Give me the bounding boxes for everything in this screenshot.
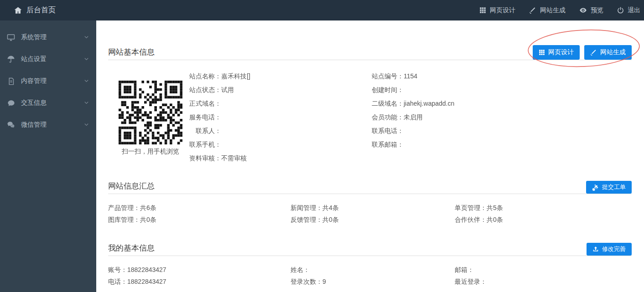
edit-profile-button[interactable]: 修改完善 — [587, 243, 632, 256]
sidebar-item-content[interactable]: 内容管理 — [0, 70, 96, 92]
qr-block: 扫一扫，用手机浏览 — [119, 81, 182, 165]
site-info-header-buttons: 网页设计 网站生成 — [533, 45, 632, 60]
nav-item-site-generate[interactable]: 网站生成 — [529, 6, 566, 15]
sidebar-item-label: 交互信息 — [21, 99, 84, 107]
profile-item: 账号：18822843427 — [108, 264, 291, 276]
field-row: 二级域名：jiahekj.wapadd.cn — [372, 97, 632, 110]
summary-header: 网站信息汇总 提交工单 — [108, 181, 632, 194]
section-title: 我的基本信息 — [108, 243, 155, 256]
monitor-icon — [6, 33, 16, 41]
summary-item: 单页管理：共5条 — [455, 202, 632, 214]
field-row: 服务电话： — [189, 110, 372, 124]
navbar-brand[interactable]: 后台首页 — [14, 5, 56, 15]
upload-icon — [592, 246, 599, 252]
field-row: 站点状态：试用 — [189, 83, 372, 97]
summary-item: 合作伙伴：共0条 — [455, 214, 632, 225]
comment-icon — [6, 99, 16, 107]
field-row: 站点名称：嘉禾科技[] — [189, 69, 372, 83]
button-label: 修改完善 — [602, 245, 626, 253]
navbar-actions: 网页设计 网站生成 预览 退出 — [479, 6, 640, 15]
qr-caption: 扫一扫，用手机浏览 — [119, 148, 182, 156]
web-design-button[interactable]: 网页设计 — [533, 45, 580, 60]
pen-icon — [590, 49, 597, 56]
site-info-fields-right: 站点编号：1154 创建时间： 二级域名：jiahekj.wapadd.cn 会… — [372, 69, 632, 165]
site-generate-button[interactable]: 网站生成 — [584, 45, 632, 60]
site-info-fields-left: 站点名称：嘉禾科技[] 站点状态：试用 正式域名： 服务电话： 联系人： 联系手… — [189, 69, 372, 165]
power-icon — [617, 7, 624, 14]
summary-item: 产品管理：共6条 — [108, 202, 291, 214]
sidebar-item-label: 内容管理 — [21, 77, 84, 85]
profile-item: 姓名： — [291, 264, 455, 276]
field-row: 联系人： — [189, 124, 372, 138]
summary-item: 图库管理：共0条 — [108, 214, 291, 225]
site-info-header: 网站基本信息 网页设计 网站生成 — [108, 45, 632, 60]
sidebar-item-system[interactable]: 系统管理 — [0, 26, 96, 48]
nav-item-label: 预览 — [591, 6, 603, 15]
nav-item-label: 网站生成 — [540, 6, 566, 15]
chevron-down-icon — [84, 56, 89, 63]
button-label: 网页设计 — [548, 48, 574, 56]
comments-icon — [6, 121, 16, 129]
grid-icon — [479, 7, 486, 14]
pen-icon — [529, 7, 536, 14]
field-row: 联系邮箱： — [372, 138, 632, 151]
button-label: 提交工单 — [602, 183, 626, 191]
admin-dashboard: 后台首页 网页设计 网站生成 预览 — [0, 0, 644, 292]
top-navbar: 后台首页 网页设计 网站生成 预览 — [0, 0, 644, 20]
main-content: 网站基本信息 网页设计 网站生成 — [96, 20, 644, 292]
sidebar-item-label: 系统管理 — [21, 33, 84, 41]
section-title: 网站基本信息 — [108, 47, 155, 60]
field-row: 正式域名： — [189, 97, 372, 110]
sidebar-item-interaction[interactable]: 交互信息 — [0, 92, 96, 114]
file-icon — [6, 77, 16, 85]
grid-icon — [539, 49, 545, 56]
nav-item-label: 网页设计 — [490, 6, 515, 15]
profile-item: 登录次数：9 — [291, 276, 455, 287]
eye-icon — [579, 6, 587, 14]
submit-ticket-button[interactable]: 提交工单 — [586, 181, 632, 194]
sidebar-item-wechat[interactable]: 微信管理 — [0, 114, 96, 136]
summary-item: 新闻管理：共4条 — [291, 202, 455, 214]
button-label: 网站生成 — [600, 48, 626, 56]
field-row: 联系电话： — [372, 124, 632, 138]
site-info-body: 扫一扫，用手机浏览 站点名称：嘉禾科技[] 站点状态：试用 正式域名： 服务电话… — [108, 69, 632, 165]
profile-item: 邮箱： — [455, 264, 632, 276]
sidebar-item-label: 站点设置 — [21, 55, 84, 63]
sidebar: 系统管理 站点设置 内容管理 — [0, 20, 96, 292]
chevron-down-icon — [84, 34, 89, 41]
chevron-down-icon — [84, 121, 89, 128]
profile-grid: 账号：18822843427 姓名： 邮箱： 电话：18822843427 登录… — [108, 264, 632, 287]
gears-icon — [592, 184, 599, 191]
nav-item-label: 退出 — [628, 6, 640, 15]
chevron-down-icon — [84, 77, 89, 85]
profile-header: 我的基本信息 修改完善 — [108, 243, 632, 256]
profile-item: 电话：18822843427 — [108, 276, 291, 287]
home-icon — [14, 6, 22, 15]
field-row: 站点编号：1154 — [372, 69, 632, 83]
navbar-title: 后台首页 — [26, 5, 56, 15]
nav-item-preview[interactable]: 预览 — [579, 6, 603, 15]
profile-item: 最近登录： — [455, 276, 632, 287]
nav-item-logout[interactable]: 退出 — [617, 6, 640, 15]
section-title: 网站信息汇总 — [108, 181, 155, 194]
sidebar-item-site-settings[interactable]: 站点设置 — [0, 48, 96, 70]
sidebar-item-label: 微信管理 — [21, 121, 84, 129]
qr-code — [119, 81, 182, 144]
nav-item-web-design[interactable]: 网页设计 — [479, 6, 515, 15]
summary-grid: 产品管理：共6条 新闻管理：共4条 单页管理：共5条 图库管理：共0条 反馈管理… — [108, 202, 632, 225]
umbrella-icon — [6, 55, 16, 63]
chevron-down-icon — [84, 99, 89, 107]
summary-item: 反馈管理：共0条 — [291, 214, 455, 225]
field-row: 会员功能：未启用 — [372, 110, 632, 124]
field-row: 联系手机： — [189, 138, 372, 151]
field-row: 创建时间： — [372, 83, 632, 97]
field-row: 资料审核：不需审核 — [189, 151, 372, 165]
